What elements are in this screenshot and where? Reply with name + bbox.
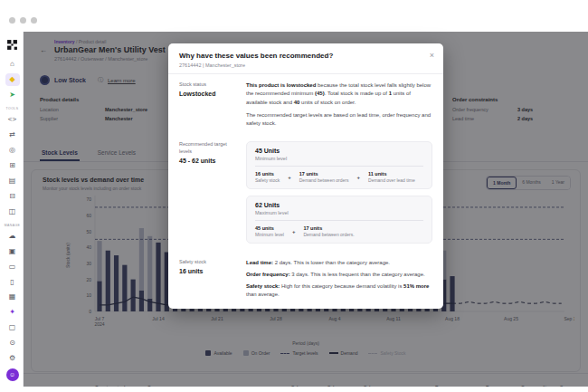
- close-window-icon[interactable]: [9, 17, 15, 24]
- recommendation-modal: Why have these values been recommended? …: [168, 43, 443, 309]
- profile-icon[interactable]: ▢: [5, 321, 20, 334]
- home-icon[interactable]: ⌂: [5, 58, 20, 71]
- growth-icon[interactable]: ➤: [5, 89, 20, 101]
- sidebar-tools-icons: <>⇄◎⊞▤⊟◫: [5, 113, 20, 218]
- sidebar-top-icons: ⌂◆➤: [5, 58, 20, 101]
- modal-subtitle: 27614442 | Manchester_store: [179, 62, 432, 68]
- history-icon[interactable]: ⊙: [5, 337, 20, 349]
- modal-title: Why have these values been recommended?: [179, 52, 432, 60]
- maximize-window-icon[interactable]: [31, 17, 37, 24]
- cloud-icon[interactable]: ☁: [5, 230, 20, 243]
- archive-icon[interactable]: ▤: [5, 175, 20, 187]
- folder-icon[interactable]: ▭: [5, 261, 20, 273]
- target-breakdown-item: 17 unitsDemand between orders: [299, 171, 349, 183]
- sidebar-manage-label: MANAGE: [5, 224, 21, 227]
- minimize-window-icon[interactable]: [20, 17, 26, 24]
- stock-status-value: Lowstocked: [179, 91, 237, 97]
- code-icon[interactable]: <>: [5, 113, 20, 126]
- shuffle-icon[interactable]: ⇄: [5, 129, 20, 141]
- sidebar: ⌂◆➤ TOOLS <>⇄◎⊞▤⊟◫ MANAGE ☁▣▭▯ ▦✦▢⊙⚙ ☺: [2, 32, 24, 387]
- stock-status-row: Stock status Lowstocked This product is …: [168, 74, 443, 134]
- target-breakdown-item: 11 unitsDemand over lead time: [368, 171, 415, 183]
- stock-status-label: Stock status: [179, 81, 237, 89]
- codriver-sparkle-icon[interactable]: ✦: [5, 306, 20, 319]
- plus-sign: +: [292, 229, 296, 234]
- plus-sign: +: [357, 175, 361, 180]
- target-levels-value: 45 - 62 units: [179, 158, 237, 164]
- close-icon[interactable]: ×: [430, 51, 434, 60]
- image-icon[interactable]: ▣: [5, 245, 20, 258]
- safety-stock-row: Safety stock 16 units Lead time: 2 days.…: [168, 252, 443, 304]
- target-level-card: 45 UnitsMinimum level16 unitsSafety stoc…: [246, 141, 432, 189]
- layers-icon[interactable]: ◆: [5, 73, 20, 86]
- target-breakdown-item: 16 unitsSafety stock: [255, 171, 280, 183]
- target-breakdown-item: 45 unitsMinimum level: [255, 225, 284, 237]
- sidebar-tools-label: TOOLS: [6, 107, 19, 110]
- book-icon[interactable]: ▦: [5, 291, 20, 303]
- sidebar-manage-icons: ☁▣▭▯: [5, 230, 20, 289]
- safety-stock-value: 16 units: [179, 268, 237, 274]
- user-avatar[interactable]: ☺: [6, 368, 19, 381]
- stock-status-paragraph: The recommended target levels are based …: [246, 111, 432, 129]
- safety-stock-lines: Lead time: 2 days. This is lower than th…: [246, 259, 432, 302]
- target-levels-row: Recommended target levels 45 - 62 units …: [168, 134, 443, 252]
- sidebar-bottom-icons: ▦✦▢⊙⚙: [5, 291, 20, 365]
- target-breakdown-item: 17 unitsDemand between orders.: [303, 225, 354, 237]
- components-icon[interactable]: ⊟: [5, 190, 20, 203]
- app-logo-icon[interactable]: [6, 39, 18, 51]
- file-icon[interactable]: ▯: [5, 276, 20, 289]
- plus-sign: +: [288, 175, 291, 180]
- stock-status-paragraph: This product is lowstocked because the t…: [246, 81, 432, 107]
- grid-icon[interactable]: ⊞: [5, 159, 20, 172]
- target-cards: 45 UnitsMinimum level16 unitsSafety stoc…: [246, 141, 432, 250]
- settings-icon[interactable]: ⚙: [5, 352, 20, 365]
- kanban-icon[interactable]: ◫: [5, 206, 20, 218]
- target-levels-label: Recommended target levels: [179, 141, 237, 155]
- safety-stock-label: Safety stock: [179, 259, 237, 266]
- window-controls: [9, 17, 37, 24]
- target-icon[interactable]: ◎: [5, 144, 20, 157]
- target-level-card: 62 UnitsMaximum level45 unitsMinimum lev…: [246, 196, 432, 244]
